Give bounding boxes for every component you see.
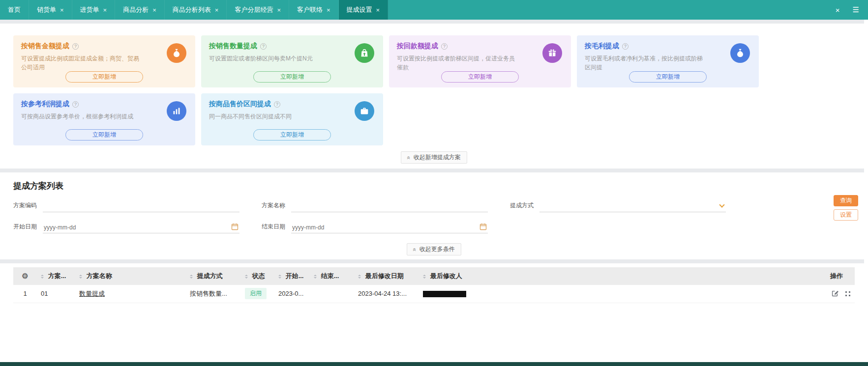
close-tab-icon[interactable]: × (215, 7, 219, 13)
chevron-up-icon: « (406, 156, 412, 159)
settings-button[interactable]: 设置 (834, 209, 858, 221)
cell-start-date: 2023-0... (274, 285, 310, 303)
add-now-button[interactable]: 立即新增 (253, 129, 331, 141)
tab-label: 商品分析列表 (173, 5, 211, 14)
chevron-up-icon: « (412, 248, 418, 251)
card-title-text: 按回款额提成 (397, 42, 438, 51)
help-icon[interactable]: ? (274, 101, 280, 108)
add-now-button[interactable]: 立即新增 (441, 71, 519, 83)
schemes-table-panel: ⚙ 方案... 方案名称 提成方式 (0, 263, 868, 362)
add-now-button[interactable]: 立即新增 (65, 71, 143, 83)
collapse-filters-button[interactable]: « 收起更多条件 (407, 243, 461, 255)
col-start-date[interactable]: 开始... (274, 267, 310, 285)
sort-icon[interactable] (41, 273, 44, 280)
tab-purchase-order[interactable]: 进货单 × (72, 0, 116, 20)
scrollbar-track[interactable] (864, 20, 868, 362)
scheme-name-link[interactable]: 数量提成 (79, 290, 105, 297)
col-commission-method[interactable]: 提成方式 (186, 267, 241, 285)
filter-scheme-code: 方案编码 (13, 201, 262, 212)
card-title: 按回款额提成 ? (397, 42, 563, 51)
tab-product-analysis-list[interactable]: 商品分析列表 × (165, 0, 227, 20)
tab-customer-contact[interactable]: 客户联络 × (289, 0, 339, 20)
card-sales-quantity-commission: 按销售数量提成 ? 可设置固定或者阶梯区间每卖M个提N元 立即新增 (201, 35, 383, 87)
help-icon[interactable]: ? (260, 43, 267, 50)
card-title-text: 按参考利润提成 (21, 100, 69, 109)
calendar-icon[interactable] (479, 223, 487, 230)
scheme-name-input[interactable] (291, 201, 488, 212)
tab-commission-settings[interactable]: 提成设置 × (339, 0, 389, 20)
footer-bar (0, 362, 868, 366)
more-actions-icon[interactable] (845, 291, 850, 296)
sort-icon[interactable] (358, 273, 361, 280)
add-now-button[interactable]: 立即新增 (65, 129, 143, 141)
end-date-input[interactable] (291, 222, 477, 233)
card-title: 按毛利提成 ? (585, 42, 751, 51)
close-tab-icon[interactable]: × (376, 7, 380, 13)
close-tab-icon[interactable]: × (60, 7, 64, 13)
card-gross-profit-commission: 按毛利提成 ? 可设置毛利或者净利为基准，按比例提或阶梯区间提 立即新增 (577, 35, 759, 87)
cards-grid: 按销售金额提成 ? 可设置提成比例或固定提成金额；商贸、贸易公司适用 立即新增 … (13, 35, 855, 145)
collapse-cards-label: 收起新增提成方案 (414, 153, 461, 162)
help-icon[interactable]: ? (72, 101, 79, 108)
tab-label: 销货单 (37, 5, 56, 14)
start-date-label: 开始日期 (13, 223, 37, 233)
card-title: 按销售数量提成 ? (209, 42, 375, 51)
column-settings-header[interactable]: ⚙ (13, 267, 37, 285)
card-description: 同一商品不同售价区间提成不同 (209, 112, 332, 121)
tab-label: 客户分层经营 (235, 5, 273, 14)
card-price-range-commission: 按商品售价区间提成 ? 同一商品不同售价区间提成不同 立即新增 (201, 93, 383, 145)
col-last-modified-date[interactable]: 最后修改日期 (354, 267, 419, 285)
table-row: 1 01 数量提成 按销售数量... 启用 2023-0... 2023-04-… (13, 285, 855, 303)
help-icon[interactable]: ? (441, 43, 448, 50)
col-last-modified-by[interactable]: 最后修改人 (419, 267, 826, 285)
sort-icon[interactable] (245, 273, 248, 280)
gear-icon[interactable]: ⚙ (22, 272, 28, 280)
sort-icon[interactable] (423, 273, 426, 280)
sort-icon[interactable] (314, 273, 317, 280)
help-icon[interactable]: ? (72, 43, 79, 50)
col-scheme-name[interactable]: 方案名称 (75, 267, 186, 285)
filter-row-2: 开始日期 结束日期 (13, 222, 855, 233)
card-description: 可按商品设置参考单价，根据参考利润提成 (21, 112, 144, 121)
sort-icon[interactable] (278, 273, 281, 280)
filter-end-date: 结束日期 (262, 222, 510, 233)
end-date-label: 结束日期 (262, 223, 285, 233)
sort-icon[interactable] (190, 273, 193, 280)
col-end-date[interactable]: 结束... (310, 267, 354, 285)
col-status[interactable]: 状态 (241, 267, 274, 285)
tab-label: 商品分析 (123, 5, 149, 14)
start-date-input[interactable] (43, 222, 228, 233)
collapse-filters-label: 收起更多条件 (419, 245, 455, 253)
collapse-cards-button[interactable]: « 收起新增提成方案 (401, 151, 467, 164)
add-now-button[interactable]: 立即新增 (253, 71, 331, 83)
tab-home[interactable]: 首页 (0, 0, 29, 20)
edit-icon[interactable] (831, 290, 838, 297)
calendar-icon[interactable] (231, 223, 239, 230)
section-divider (0, 20, 868, 24)
col-scheme-code[interactable]: 方案... (37, 267, 75, 285)
close-tab-icon[interactable]: × (277, 7, 281, 13)
card-sales-amount-commission: 按销售金额提成 ? 可设置提成比例或固定提成金额；商贸、贸易公司适用 立即新增 (13, 35, 195, 87)
tab-label: 首页 (8, 5, 21, 14)
close-tab-icon[interactable]: × (327, 7, 330, 13)
tab-product-analysis[interactable]: 商品分析 × (115, 0, 165, 20)
scheme-name-label: 方案名称 (262, 201, 285, 212)
scheme-code-input[interactable] (43, 201, 239, 212)
close-all-icon[interactable]: × (836, 6, 840, 14)
sort-icon[interactable] (79, 273, 82, 280)
tab-sales-order[interactable]: 销货单 × (29, 0, 72, 20)
tab-customer-tiering[interactable]: 客户分层经营 × (227, 0, 289, 20)
commission-method-select[interactable] (539, 200, 726, 212)
query-button[interactable]: 查询 (834, 195, 858, 206)
cell-commission-method: 按销售数量... (186, 285, 241, 303)
help-icon[interactable]: ? (622, 43, 629, 50)
add-now-button[interactable]: 立即新增 (629, 71, 707, 83)
close-tab-icon[interactable]: × (152, 7, 156, 13)
scheme-code-label: 方案编码 (13, 201, 37, 212)
filter-scheme-name: 方案名称 (262, 201, 510, 212)
close-tab-icon[interactable]: × (103, 7, 107, 13)
card-payment-collection-commission: 按回款额提成 ? 可设置按比例提或者阶梯区间提，促进业务员催款 立即新增 (389, 35, 571, 87)
redacted-modified-by (423, 291, 466, 297)
section-divider (0, 169, 868, 172)
menu-icon[interactable]: ☰ (853, 5, 859, 14)
